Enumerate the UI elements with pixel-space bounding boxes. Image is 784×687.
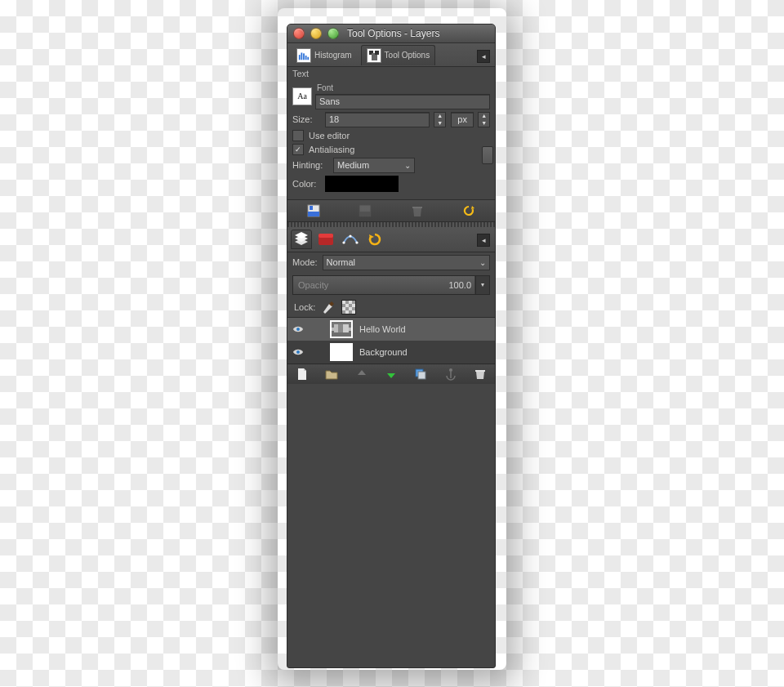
tool-options-icon (367, 48, 381, 63)
svg-rect-13 (412, 207, 422, 208)
delete-preset-icon[interactable] (410, 203, 425, 218)
tool-options-window: Tool Options - Layers Histogram Tool Opt… (287, 24, 496, 668)
duplicate-layer-icon[interactable] (414, 368, 427, 381)
size-label: Size: (292, 114, 320, 125)
dock-menu-button[interactable]: ◂ (477, 50, 490, 63)
raise-layer-icon[interactable] (355, 368, 368, 381)
save-preset-icon[interactable] (306, 203, 321, 218)
svg-point-16 (342, 242, 345, 244)
layer-name[interactable]: Hello World (359, 324, 406, 335)
mode-select[interactable]: Normal⌄ (323, 255, 490, 270)
use-editor-label: Use editor (309, 131, 350, 141)
size-unit-field[interactable]: px (451, 112, 474, 127)
mode-row: Mode: Normal⌄ (287, 252, 495, 273)
antialias-label: Antialiasing (309, 145, 354, 155)
chevron-down-icon[interactable]: ▾ (475, 276, 489, 294)
tab-label: Tool Options (385, 51, 430, 60)
font-row: Aa Font Sans (292, 83, 490, 109)
new-layer-icon[interactable] (296, 368, 309, 381)
reset-defaults-icon[interactable] (461, 203, 476, 218)
close-icon[interactable] (293, 28, 305, 39)
size-input[interactable]: 18 (325, 112, 430, 127)
window-titlebar[interactable]: Tool Options - Layers (287, 25, 495, 43)
hinting-select[interactable]: Medium⌄ (333, 158, 415, 173)
svg-rect-7 (375, 51, 379, 55)
font-caption: Font (317, 83, 490, 93)
svg-rect-24 (475, 370, 485, 372)
layer-row[interactable]: Hello World (287, 318, 495, 341)
upper-dock-tabs: Histogram Tool Options ◂ (287, 43, 495, 67)
opacity-label: Opacity (298, 280, 328, 291)
lock-pixels-icon[interactable] (322, 301, 335, 314)
svg-rect-0 (299, 55, 301, 60)
color-swatch[interactable] (325, 176, 399, 192)
svg-point-23 (449, 368, 452, 372)
dock-menu-button[interactable]: ◂ (477, 234, 490, 247)
visibility-eye-icon[interactable] (287, 348, 309, 356)
size-unit-spinner[interactable]: ▲▼ (478, 112, 490, 127)
restore-preset-icon[interactable] (358, 203, 372, 218)
hinting-label: Hinting: (292, 160, 328, 171)
scrollbar[interactable] (482, 146, 493, 164)
delete-layer-icon[interactable] (474, 368, 487, 381)
text-tool-options: Aa Font Sans Size: 18 ▲▼ px ▲▼ Use edito… (287, 81, 495, 199)
size-spinner[interactable]: ▲▼ (434, 112, 446, 127)
anchor-layer-icon[interactable] (444, 368, 457, 381)
tab-histogram[interactable]: Histogram (291, 45, 358, 65)
use-editor-row[interactable]: Use editor (292, 130, 490, 141)
use-editor-checkbox[interactable] (292, 130, 304, 141)
antialias-row[interactable]: Antialiasing (292, 144, 490, 155)
svg-point-18 (349, 235, 351, 238)
svg-rect-2 (303, 53, 305, 60)
svg-rect-3 (305, 56, 307, 60)
color-label: Color: (292, 179, 320, 190)
paths-icon (342, 233, 359, 246)
lower-layer-icon[interactable] (385, 368, 398, 381)
histogram-icon (296, 48, 311, 63)
tab-undo-history[interactable] (364, 230, 385, 249)
tab-tool-options[interactable]: Tool Options (361, 45, 436, 65)
svg-point-17 (355, 242, 358, 244)
lock-label: Lock: (294, 302, 315, 313)
opacity-slider[interactable]: Opacity 100.0 ▾ (292, 275, 490, 295)
svg-rect-4 (307, 56, 309, 60)
hinting-row: Hinting: Medium⌄ (292, 158, 490, 173)
layer-row[interactable]: Background (287, 341, 495, 364)
tab-label: Histogram (314, 51, 352, 60)
channels-icon (318, 233, 334, 246)
window-title: Tool Options - Layers (347, 28, 439, 39)
new-layer-group-icon[interactable] (325, 368, 338, 381)
font-picker-icon[interactable]: Aa (292, 87, 312, 105)
visibility-eye-icon[interactable] (287, 325, 309, 333)
lock-row: Lock: (287, 297, 495, 317)
layer-name[interactable]: Background (359, 347, 408, 358)
svg-point-19 (296, 328, 300, 331)
svg-rect-9 (308, 212, 319, 216)
antialias-checkbox[interactable] (292, 144, 304, 155)
svg-rect-15 (318, 234, 333, 238)
lower-dock-tabs: ◂ (287, 227, 495, 252)
svg-point-20 (296, 350, 300, 354)
layer-thumbnail (330, 343, 353, 361)
svg-rect-10 (310, 206, 313, 210)
size-row: Size: 18 ▲▼ px ▲▼ (292, 112, 490, 127)
lock-alpha-icon[interactable] (341, 300, 356, 315)
svg-rect-1 (301, 52, 303, 60)
tool-section-title: Text (287, 67, 495, 81)
opacity-value: 100.0 (448, 280, 471, 291)
layer-thumbnail (330, 320, 353, 338)
svg-rect-12 (359, 212, 371, 216)
layer-list[interactable]: Hello WorldBackground (287, 317, 495, 364)
tab-channels[interactable] (315, 230, 336, 249)
window-traffic-lights (293, 28, 339, 39)
font-name-field[interactable]: Sans (315, 94, 490, 109)
layers-toolbar (287, 364, 495, 384)
color-row: Color: (292, 176, 490, 192)
minimize-icon[interactable] (310, 28, 322, 39)
undo-history-icon (368, 232, 382, 247)
zoom-icon[interactable] (327, 28, 339, 39)
layers-icon (292, 232, 310, 247)
tool-options-icon-bar (287, 199, 495, 222)
tab-layers[interactable] (291, 230, 312, 249)
tab-paths[interactable] (340, 230, 361, 249)
